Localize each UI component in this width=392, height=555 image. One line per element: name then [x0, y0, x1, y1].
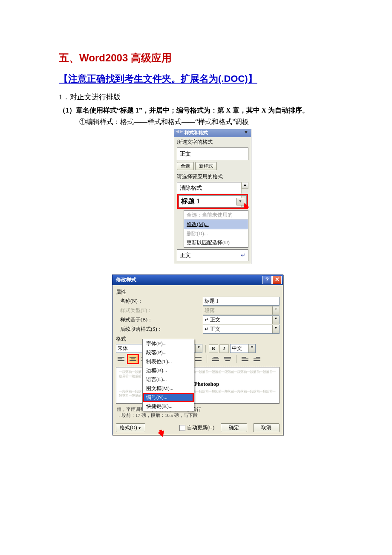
type-value: 段落	[205, 307, 215, 313]
format-popup-menu: 字体(F)... 段落(P)... 制表位(T)... 边框(B)... 语言(…	[142, 339, 194, 411]
italic-button[interactable]: I	[219, 344, 229, 353]
based-on-value: ↵ 正文	[205, 317, 220, 323]
modify-style-dialog: 修改样式 ? ✕ 属性 名称(N)： 标题 1 样式类型(T)： 段落▼ 样式基…	[112, 275, 283, 435]
paragraph-mark-icon: ↵	[241, 252, 245, 258]
menu-frame[interactable]: 图文框(M)...	[143, 384, 194, 393]
format-button[interactable]: 格式(O)▼	[116, 423, 145, 432]
dialog-footer: 格式(O)▼ 自动更新(U) 确定 取消	[112, 422, 283, 435]
type-combo: 段落▼	[203, 306, 280, 315]
close-button[interactable]: ✕	[272, 276, 282, 284]
panel-menu-icon[interactable]: ▼	[244, 130, 248, 135]
panel-button-row: 全选 新样式	[174, 162, 251, 172]
font-value: 宋体	[118, 345, 128, 351]
ok-button[interactable]: 确定	[221, 423, 247, 432]
dropdown-icon[interactable]: ▼	[248, 344, 255, 353]
panel-title: 样式和格式 ▼	[174, 129, 251, 137]
decrease-indent-button[interactable]	[240, 355, 250, 363]
align-left-button[interactable]	[116, 355, 126, 363]
language-combo[interactable]: 中文▼	[230, 344, 256, 353]
style-list: ▲ 清除格式 标题 1 ▼	[177, 182, 248, 209]
style-heading-1-label: 标题 1	[181, 197, 200, 205]
preview-box: 一段落前一段落前一段落前一段落前一段落前一段落前一段落前一段落前一段落前一段落前…	[116, 367, 280, 404]
annotation-arrow-icon	[158, 431, 166, 439]
cancel-button[interactable]: 取消	[253, 423, 280, 432]
style-context-menu: 全选：当前未使用的 修改(M)... 删除(D)... 更新以匹配选择(U)	[184, 210, 248, 248]
name-label: 名称(N)：	[116, 298, 203, 305]
dropdown-icon: ▼	[138, 426, 141, 430]
step-1-1-a: ①编辑样式：格式——样式和格式——“样式和格式”调板	[59, 118, 337, 127]
desc-line-2: ，段前：17 磅，段后：16.5 磅，与下段	[117, 413, 198, 418]
menu-paragraph[interactable]: 段落(P)...	[143, 348, 194, 357]
auto-update-label: 自动更新(U)	[187, 424, 215, 431]
based-on-combo[interactable]: ↵ 正文▼	[203, 315, 280, 324]
menu-numbering[interactable]: 编号(N)...	[143, 393, 194, 402]
menu-language[interactable]: 语言(L)...	[143, 375, 194, 384]
align-center-button[interactable]	[128, 355, 138, 363]
style-heading-1[interactable]: 标题 1 ▼	[177, 194, 248, 209]
line-spacing-2-button[interactable]	[193, 355, 203, 363]
dropdown-icon[interactable]: ▼	[195, 344, 202, 353]
following-style-combo[interactable]: ↵ 正文▼	[203, 325, 280, 334]
style-body-text[interactable]: 正文 ↵	[177, 249, 248, 261]
dropdown-icon: ▼	[272, 306, 279, 315]
section-heading: 五、Word2003 高级应用	[59, 51, 337, 65]
following-style-value: ↵ 正文	[205, 326, 220, 332]
help-button[interactable]: ?	[262, 276, 272, 284]
dialog-titlebar: 修改样式 ? ✕	[112, 275, 283, 285]
step-1: 1．对正文进行排版	[59, 92, 337, 102]
menu-font[interactable]: 字体(F)...	[143, 339, 194, 348]
warning-heading: 【注意正确找到考生文件夹。扩展名为(.DOC)】	[59, 72, 337, 85]
panel-title-text: 样式和格式	[184, 130, 208, 135]
space-before-button[interactable]	[210, 355, 221, 363]
format-group-label: 格式	[116, 335, 280, 343]
format-button-label: 格式(O)	[120, 425, 137, 431]
name-input[interactable]: 标题 1	[203, 297, 280, 306]
menu-shortcut[interactable]: 快捷键(K)...	[143, 402, 194, 411]
properties-group-label: 属性	[116, 289, 280, 296]
style-description: 粗，字距调整二号，居中，行距：多倍行 ，段前：17 磅，段后：16.5 磅，与下…	[116, 405, 280, 419]
auto-update-checkbox[interactable]: 自动更新(U)	[179, 424, 215, 431]
ctx-delete: 删除(D)...	[184, 229, 248, 238]
ctx-modify[interactable]: 修改(M)...	[184, 220, 248, 229]
based-on-label: 样式基于(B)：	[116, 316, 203, 324]
ctx-update[interactable]: 更新以匹配选择(U)	[184, 238, 248, 247]
dropdown-icon[interactable]: ▼	[272, 325, 279, 333]
separator	[236, 355, 236, 363]
choose-format-label: 请选择要应用的格式	[174, 172, 251, 181]
menu-border[interactable]: 边框(B)...	[143, 366, 194, 375]
increase-indent-button[interactable]	[252, 355, 262, 363]
language-value: 中文	[232, 345, 242, 351]
current-style-display[interactable]: 正文	[177, 147, 248, 160]
space-after-button[interactable]	[222, 355, 233, 363]
style-body-text-label: 正文	[180, 252, 191, 258]
styles-formatting-panel: 样式和格式 ▼ 所选文字的格式 正文 全选 新样式 请选择要应用的格式 ▲ 清除…	[174, 129, 251, 264]
menu-tabs[interactable]: 制表位(T)...	[143, 357, 194, 366]
select-all-button[interactable]: 全选	[177, 162, 194, 170]
bold-button[interactable]: B	[209, 344, 218, 353]
separator	[205, 345, 206, 353]
new-style-button[interactable]: 新样式	[195, 162, 217, 170]
separator	[207, 355, 207, 363]
dialog-title-text: 修改样式	[116, 277, 136, 283]
type-label: 样式类型(T)：	[116, 307, 203, 314]
step-1-1: （1）章名使用样式“标题 1”，并居中；编号格式为：第 X 章，其中 X 为自动…	[59, 106, 337, 115]
dropdown-icon[interactable]: ▼	[272, 316, 279, 324]
style-clear-formatting[interactable]: 清除格式	[177, 182, 248, 194]
ctx-select-all: 全选：当前未使用的	[184, 211, 248, 220]
selected-text-format-label: 所选文字的格式	[174, 137, 251, 147]
checkbox-icon[interactable]	[179, 425, 185, 431]
ctx-modify-label: 修改(M)...	[187, 221, 209, 227]
following-style-label: 后续段落样式(S)：	[116, 326, 203, 333]
